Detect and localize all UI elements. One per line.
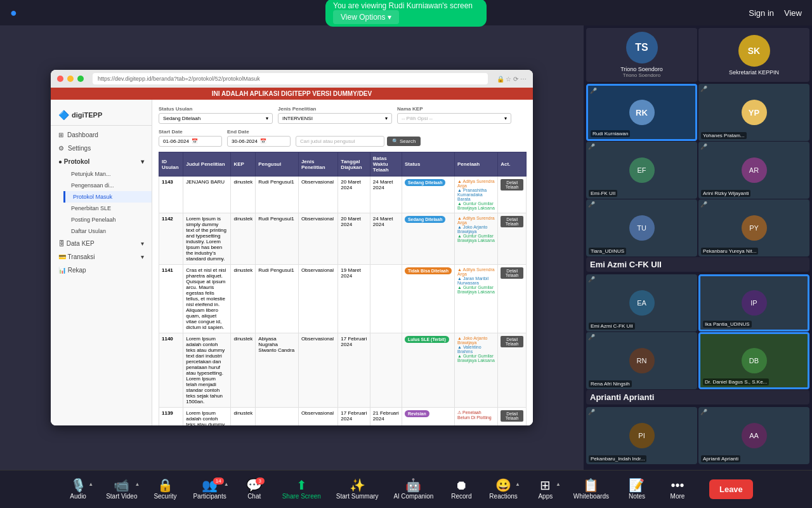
chat-button[interactable]: 💬 Chat 3: [235, 476, 273, 502]
apps-arrow: ▲: [556, 481, 561, 487]
video-label: Start Video: [106, 493, 137, 500]
col-kep: KEP: [231, 152, 256, 177]
search-input[interactable]: Cari judul atau pengusuI: [296, 136, 384, 147]
sidebar-item-protokol-masuk[interactable]: Protokol Masuk: [63, 191, 152, 203]
ika-avatar: IP: [742, 290, 767, 316]
table-row: 1141 Cras et nisl et nisl pharetra aliqu…: [159, 265, 527, 333]
browser-maximize[interactable]: [77, 76, 84, 82]
sidebar-item-posting[interactable]: Posting Penelaah: [63, 214, 152, 225]
participants-button[interactable]: 👥 Participants 14 ▲: [187, 476, 232, 502]
arini-mic: 🎤: [700, 144, 707, 150]
participant-triono: TS Triono Soendoro Triono Soendoro: [586, 28, 697, 82]
summary-button[interactable]: ✨ Start Summary: [330, 476, 385, 502]
security-button[interactable]: 🔒 Security: [146, 476, 184, 502]
share-icon: ⬆: [296, 479, 307, 491]
participants-badge: 14: [213, 478, 224, 485]
participant-tiara: TU Tiara_UDINUS 🎤: [586, 199, 697, 257]
sidebar-item-pengensaan[interactable]: Pengensaan di...: [63, 180, 152, 191]
browser-minimize[interactable]: [67, 76, 74, 82]
detail-button[interactable]: Detail Telaah: [501, 410, 523, 422]
cell-batas: [370, 265, 402, 333]
reactions-label: Reactions: [489, 493, 517, 500]
detail-button[interactable]: Detail Telaah: [501, 267, 523, 279]
sidebar-item-rekap[interactable]: 📊 Rekap: [51, 264, 152, 277]
aprianti-mic: 🎤: [700, 409, 707, 415]
leave-button[interactable]: Leave: [709, 479, 753, 499]
sidebar-item-penerbitan[interactable]: Penerbitan SLE: [63, 203, 152, 214]
ai-icon: 🤖: [405, 479, 421, 491]
detail-button[interactable]: Detail Telaah: [501, 336, 523, 347]
aprianti-section-header: Aprianti Aprianti: [586, 390, 809, 404]
signin-link[interactable]: Sign in: [749, 8, 774, 18]
emifk-avatar: EF: [629, 157, 655, 183]
row-rena-daniel: RN Rena Afri Ningsih 🎤 DB Dr. Daniel Bag…: [586, 332, 809, 389]
browser-close[interactable]: [57, 76, 63, 82]
cell-id: 1139: [159, 408, 183, 426]
col-penelaah: Penelaah: [455, 152, 498, 177]
cell-id: 1143: [159, 177, 183, 213]
sidebar-item-protokol[interactable]: ● Protokol▾: [51, 155, 152, 168]
browser-url[interactable]: https://dev.digitepp.id/beranda?tab=2/pr…: [93, 73, 488, 84]
ai-button[interactable]: 🤖 Al Companion: [388, 476, 440, 502]
participants-label: Participants: [193, 493, 226, 500]
end-date-input[interactable]: 30-06-2024 📅: [227, 136, 291, 147]
cell-batas: 24 Maret 2024: [370, 213, 402, 265]
sidebar-logo: 🔷 digiTEPP: [51, 105, 152, 126]
date-row: Start Date 01-06-2024 📅 End Date 30-06-2…: [159, 129, 527, 147]
col-act: Act.: [498, 152, 527, 177]
participant-sekretariat: SK Sekretariat KEPPIN: [698, 28, 809, 82]
browser-body: INI ADALAH APLIKASI DIGITEPP VERSI DUMMY…: [51, 88, 533, 425]
sidebar-item-daftar[interactable]: Daftar Usulan: [63, 225, 152, 237]
filter-row: Status Usulan Sedang Ditelaah ▾ Jenis Pe…: [159, 106, 527, 124]
start-date-label: Start Date: [159, 129, 222, 135]
detail-button[interactable]: Detail Telaah: [501, 179, 523, 190]
view-link[interactable]: View: [784, 8, 802, 18]
col-judul: Judul Penelitian: [183, 152, 231, 177]
search-group: Cari judul atau pengusuI 🔍 Search: [296, 129, 421, 147]
emifk-mic: 🎤: [588, 144, 595, 150]
cell-status: Lulus SLE (Terbit): [402, 333, 454, 408]
detail-button[interactable]: Detail Telaah: [501, 216, 523, 227]
participants-panel: TS Triono Soendoro Triono Soendoro SK Se…: [584, 25, 812, 470]
sidebar-item-petunjuk[interactable]: Petunjuk Man...: [63, 168, 152, 180]
col-status: Status: [402, 152, 454, 177]
apps-button[interactable]: ⊞ Apps ▲: [527, 476, 565, 502]
cell-status: Sedang Ditelaah: [402, 177, 454, 213]
sekretariat-name: Sekretariat KEPPIN: [729, 69, 779, 76]
top-bar-left: ●: [10, 6, 17, 20]
cell-jenis: Observasional: [298, 333, 337, 408]
jenis-select[interactable]: INTERVENSI ▾: [278, 113, 392, 124]
more-button[interactable]: ••• More: [658, 476, 697, 502]
sidebar-item-data-kep[interactable]: 🗄 Data KEP▾: [51, 237, 152, 250]
nama-kep-select[interactable]: -- Pilih Opsi -- ▾: [397, 113, 511, 124]
cell-penelaah: ▲ Aditya Surendra Arga▲ Joko Arjanto Bra…: [455, 213, 498, 265]
cell-jenis: Observasional: [298, 408, 337, 426]
sidebar-item-transaksi[interactable]: 💳 Transaksi▾: [51, 250, 152, 264]
security-icon: 🔒: [157, 479, 173, 491]
video-icon: 📹: [114, 479, 129, 491]
screen-banner: You are viewing Rudi Kurniawan's screen …: [325, 0, 487, 27]
notes-button[interactable]: 📝 Notes: [618, 476, 656, 502]
rudi-name: Rudi Kurniawan: [588, 126, 695, 138]
sidebar-item-settings[interactable]: ⚙Settings: [51, 142, 152, 155]
start-date-input[interactable]: 01-06-2024 📅: [159, 136, 222, 147]
audio-button[interactable]: 🎙️ Audio ▲: [59, 476, 97, 502]
record-button[interactable]: ⏺ Record: [442, 476, 480, 502]
search-button[interactable]: 🔍 Search: [387, 137, 421, 146]
pekanbaru-mic: 🎤: [700, 201, 707, 208]
reactions-button[interactable]: 😀 Reactions ▲: [483, 476, 523, 502]
video-button[interactable]: 📹 Start Video ▲: [100, 476, 143, 502]
cell-pengusul: Rudi Pengusul1: [256, 265, 299, 333]
cell-judul: JENJANG BARU: [183, 177, 231, 213]
col-pengusul: Pengusul: [256, 152, 299, 177]
status-select[interactable]: Sedang Ditelaah ▾: [159, 113, 273, 124]
view-options-button[interactable]: View Options ▾: [333, 10, 399, 24]
bottom-toolbar: 🎙️ Audio ▲ 📹 Start Video ▲ 🔒 Security 👥 …: [0, 470, 812, 508]
yohanes-mic-icon: 🎤: [700, 86, 707, 92]
sidebar-item-dashboard[interactable]: ⊞Dashboard: [51, 128, 152, 142]
participants-arrow: ▲: [224, 481, 229, 487]
whiteboards-button[interactable]: 📋 Whiteboards: [567, 476, 615, 502]
col-tanggal: Tanggal Diajukan: [338, 152, 370, 177]
cell-judul: Lorem Ipsum adalah contoh teks atau dumm…: [183, 333, 231, 408]
share-screen-button[interactable]: ⬆ Share Screen: [276, 476, 327, 502]
